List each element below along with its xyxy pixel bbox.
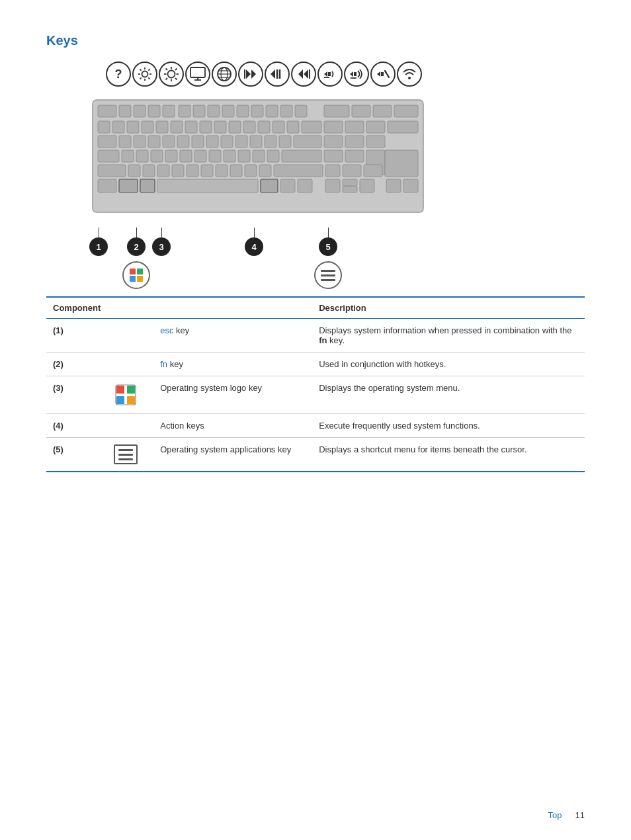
svg-rect-68 xyxy=(127,121,139,133)
prev-track-icon xyxy=(238,62,263,87)
svg-rect-123 xyxy=(187,165,198,177)
svg-rect-143 xyxy=(343,179,357,186)
svg-rect-102 xyxy=(98,150,119,162)
svg-marker-38 xyxy=(350,71,353,77)
svg-rect-52 xyxy=(163,105,175,117)
svg-rect-137 xyxy=(157,179,258,192)
svg-rect-42 xyxy=(381,72,384,76)
menu-line-1 xyxy=(118,449,133,451)
table-header-icon xyxy=(107,297,153,319)
svg-rect-51 xyxy=(148,105,160,117)
svg-rect-58 xyxy=(251,105,263,117)
callout-2: 2 xyxy=(122,228,150,289)
svg-rect-127 xyxy=(245,165,257,177)
svg-line-14 xyxy=(166,69,168,71)
keyboard-diagram-section: 1 2 3 xyxy=(46,93,585,280)
svg-rect-53 xyxy=(179,105,190,117)
svg-rect-56 xyxy=(222,105,234,117)
svg-rect-109 xyxy=(209,150,221,162)
svg-rect-87 xyxy=(134,136,146,147)
switch-display-icon xyxy=(185,62,210,87)
windows-logo-icon xyxy=(114,383,138,407)
svg-rect-150 xyxy=(137,276,143,282)
svg-line-15 xyxy=(175,78,177,80)
mute-icon xyxy=(370,62,396,87)
menu-line-2 xyxy=(118,454,133,456)
row-num-2: (2) xyxy=(46,353,107,376)
row-desc-1: Displays system information when pressed… xyxy=(312,319,585,353)
svg-rect-119 xyxy=(128,165,140,177)
svg-rect-105 xyxy=(151,150,163,162)
callout-4: 4 xyxy=(245,228,263,256)
svg-rect-75 xyxy=(229,121,241,133)
svg-rect-151 xyxy=(116,386,124,394)
svg-rect-63 xyxy=(352,105,370,117)
row-num-3: (3) xyxy=(46,376,107,414)
svg-rect-96 xyxy=(265,136,276,147)
svg-rect-118 xyxy=(98,165,126,177)
svg-rect-84 xyxy=(388,121,418,133)
fn-link: fn xyxy=(160,359,167,369)
svg-point-0 xyxy=(142,71,148,77)
svg-marker-35 xyxy=(324,71,327,77)
svg-rect-88 xyxy=(148,136,160,147)
svg-point-9 xyxy=(168,71,175,78)
svg-marker-29 xyxy=(271,69,275,79)
svg-rect-111 xyxy=(238,150,250,162)
brightness-up-icon xyxy=(159,62,184,87)
row-icon-2 xyxy=(107,353,153,376)
svg-rect-90 xyxy=(177,136,189,147)
footer-page-number: 11 xyxy=(575,810,585,820)
component-table: Component Description (1) esc key Displa… xyxy=(46,296,585,472)
svg-rect-135 xyxy=(119,179,138,192)
svg-rect-148 xyxy=(137,269,143,274)
svg-rect-57 xyxy=(237,105,249,117)
svg-rect-71 xyxy=(171,121,183,133)
table-header-name xyxy=(153,297,312,319)
svg-rect-153 xyxy=(116,396,124,404)
svg-rect-67 xyxy=(112,121,124,133)
svg-rect-48 xyxy=(98,105,116,117)
svg-rect-82 xyxy=(345,121,364,133)
svg-rect-121 xyxy=(157,165,169,177)
svg-rect-78 xyxy=(273,121,284,133)
svg-line-17 xyxy=(166,78,168,80)
svg-line-6 xyxy=(148,77,149,79)
svg-rect-79 xyxy=(287,121,299,133)
play-pause-icon xyxy=(265,62,290,87)
svg-rect-92 xyxy=(206,136,218,147)
svg-rect-94 xyxy=(235,136,247,147)
svg-rect-107 xyxy=(180,150,192,162)
svg-rect-142 xyxy=(343,186,357,192)
row-name-2: fn key xyxy=(153,353,312,376)
svg-rect-113 xyxy=(267,150,279,162)
svg-marker-41 xyxy=(377,71,380,77)
svg-line-5 xyxy=(140,69,142,71)
svg-rect-80 xyxy=(302,121,321,133)
row-num-5: (5) xyxy=(46,438,107,472)
svg-rect-73 xyxy=(200,121,212,133)
svg-rect-59 xyxy=(266,105,278,117)
table-header-component: Component xyxy=(46,297,107,319)
svg-rect-93 xyxy=(221,136,233,147)
table-row: (2) fn key Used in conjunction with hotk… xyxy=(46,353,585,376)
svg-rect-140 xyxy=(298,179,312,192)
table-row: (1) esc key Displays system information … xyxy=(46,319,585,353)
svg-point-46 xyxy=(408,77,411,79)
table-row: (5) Operating system applications key Di… xyxy=(46,438,585,472)
next-track-icon xyxy=(291,62,316,87)
callout-1: 1 xyxy=(89,228,108,256)
svg-rect-112 xyxy=(253,150,265,162)
svg-rect-50 xyxy=(134,105,146,117)
svg-rect-36 xyxy=(328,72,331,76)
svg-rect-99 xyxy=(324,136,343,147)
svg-rect-86 xyxy=(119,136,131,147)
svg-rect-114 xyxy=(282,150,321,162)
svg-rect-131 xyxy=(343,165,361,177)
svg-line-7 xyxy=(148,69,149,71)
svg-rect-146 xyxy=(403,179,418,192)
row-num-1: (1) xyxy=(46,319,107,353)
svg-rect-103 xyxy=(122,150,134,162)
svg-rect-120 xyxy=(143,165,155,177)
row-name-4: Action keys xyxy=(153,414,312,438)
